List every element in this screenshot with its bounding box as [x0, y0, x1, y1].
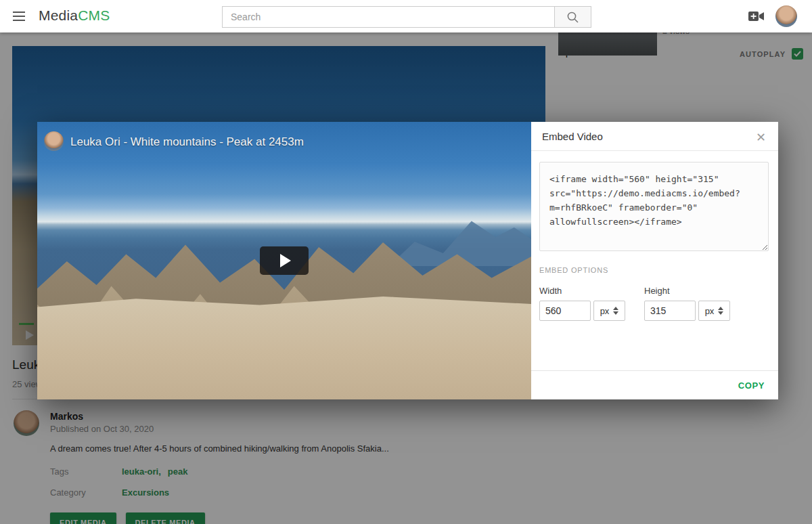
play-icon	[280, 254, 291, 267]
search-button[interactable]	[555, 6, 591, 28]
preview-foreground	[37, 294, 531, 399]
height-input[interactable]	[644, 301, 696, 321]
brand-logo[interactable]: MediaCMS	[39, 7, 110, 24]
width-unit-select[interactable]: px	[593, 301, 625, 321]
height-label: Height	[644, 286, 730, 296]
embed-video-modal: Leuka Ori - White mountains - Peak at 24…	[37, 122, 778, 399]
embed-options-panel: Embed Video ✕ <iframe width="560" height…	[531, 122, 778, 399]
close-icon[interactable]: ✕	[753, 129, 769, 146]
play-button[interactable]	[260, 246, 309, 275]
width-label: Width	[539, 286, 625, 296]
channel-avatar[interactable]	[44, 131, 64, 151]
top-bar: MediaCMS	[0, 0, 812, 32]
menu-icon[interactable]	[13, 12, 25, 21]
app-window: Leuka Ori - White mountains - Peak at 24…	[0, 0, 812, 524]
embed-code-textarea[interactable]: <iframe width="560" height="315" src="ht…	[539, 162, 769, 251]
search-icon	[566, 11, 579, 24]
spinner-icon	[718, 307, 723, 315]
videocam-plus-icon	[748, 9, 765, 23]
preview-video-title: Leuka Ori - White mountains - Peak at 24…	[70, 135, 304, 149]
user-avatar[interactable]	[775, 5, 797, 27]
search-input[interactable]	[222, 6, 555, 28]
width-input[interactable]	[539, 301, 591, 321]
upload-media-button[interactable]	[748, 9, 765, 23]
spinner-icon	[613, 307, 618, 315]
embed-options-label: EMBED OPTIONS	[539, 266, 769, 274]
height-unit-select[interactable]: px	[698, 301, 730, 321]
copy-button[interactable]: COPY	[736, 376, 767, 395]
embed-preview-player[interactable]: Leuka Ori - White mountains - Peak at 24…	[37, 122, 531, 399]
modal-title: Embed Video	[542, 131, 603, 142]
